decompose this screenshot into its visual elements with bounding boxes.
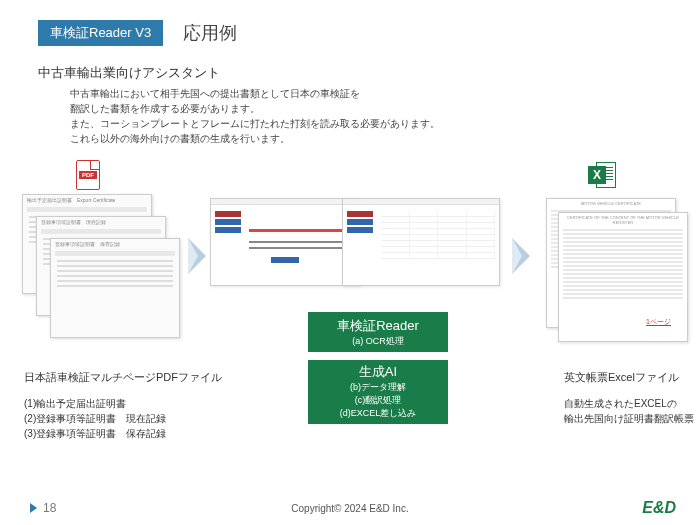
output-label: 英文帳票Excelファイル [564, 370, 679, 385]
doc-thumbnail: 登録事項等証明書 保存記録 [50, 238, 180, 338]
pdf-icon [76, 160, 100, 190]
output-docs-stack: MOTOR VEHICLE CERTIFICATE CERTIFICATE OF… [546, 198, 696, 358]
copyright: Copyright© 2024 E&D Inc. [291, 503, 408, 514]
note-line: 自動生成されたEXCELの [564, 396, 694, 411]
desc-line: また、コーションプレートとフレームに打たれた打刻を読み取る必要があります。 [70, 116, 700, 131]
badge-suffix: Reader V3 [89, 25, 151, 40]
list-item: (3)登録事項等証明書 保存記録 [24, 426, 166, 441]
desc-line: 翻訳した書類を作成する必要があります。 [70, 101, 700, 116]
desc-line: これら以外の海外向けの書類の生成を行います。 [70, 131, 700, 146]
page-number: 18 [43, 501, 56, 515]
slide-subtitle: 中古車輸出業向けアシスタント [38, 64, 700, 82]
desc-line: 中古車輸出において相手先国への提出書類として日本の車検証を [70, 86, 700, 101]
brand-logo: E&D [642, 499, 676, 517]
slide-footer: 18 Copyright© 2024 E&D Inc. E&D [0, 499, 700, 517]
input-label: 日本語車検証マルチページPDFファイル [24, 370, 222, 385]
slide-header: 車検証Reader V3 応用例 [0, 0, 700, 46]
list-item: (1)輸出予定届出証明書 [24, 396, 166, 411]
excel-thumbnail: CERTIFICATE OF THE CONTENT OF THE MOTOR … [558, 212, 688, 342]
description: 中古車輸出において相手先国への提出書類として日本の車検証を 翻訳した書類を作成す… [70, 86, 700, 146]
input-doc-list: (1)輸出予定届出証明書 (2)登録事項等証明書 現在記録 (3)登録事項等証明… [24, 396, 166, 441]
product-badge: 車検証Reader V3 [38, 20, 163, 46]
note-line: 輸出先国向け証明書翻訳帳票 [564, 411, 694, 426]
callout-genai: 生成AI (b)データ理解 (c)翻訳処理 (d)EXCEL差し込み [308, 360, 448, 424]
callout-sub: (d)EXCEL差し込み [308, 407, 448, 420]
list-item: (2)登録事項等証明書 現在記録 [24, 411, 166, 426]
excel-icon: X [588, 160, 618, 190]
input-docs-stack: 輸出予定届出証明書 Export Certificate 登録事項等証明書 現在… [22, 194, 182, 344]
callout-sub: (a) OCR処理 [308, 335, 448, 348]
callout-title: 車検証Reader [337, 318, 419, 333]
callout-title: 生成AI [359, 364, 397, 379]
triangle-icon [30, 503, 37, 513]
arrow-right-icon [512, 238, 530, 274]
callout-ocr: 車検証Reader (a) OCR処理 [308, 312, 448, 352]
page-count-badge: 1ページ [646, 317, 671, 327]
callout-sub: (c)翻訳処理 [308, 394, 448, 407]
webapp-screenshot [342, 198, 500, 286]
arrow-right-icon [188, 238, 206, 274]
badge-main: 車検証 [50, 25, 89, 40]
output-note: 自動生成されたEXCELの 輸出先国向け証明書翻訳帳票 [564, 396, 694, 426]
webapp-screenshot [210, 198, 360, 286]
excel-x-glyph: X [588, 166, 606, 184]
section-title: 応用例 [183, 21, 237, 45]
callout-sub: (b)データ理解 [308, 381, 448, 394]
flow-diagram: 輸出予定届出証明書 Export Certificate 登録事項等証明書 現在… [22, 160, 700, 430]
